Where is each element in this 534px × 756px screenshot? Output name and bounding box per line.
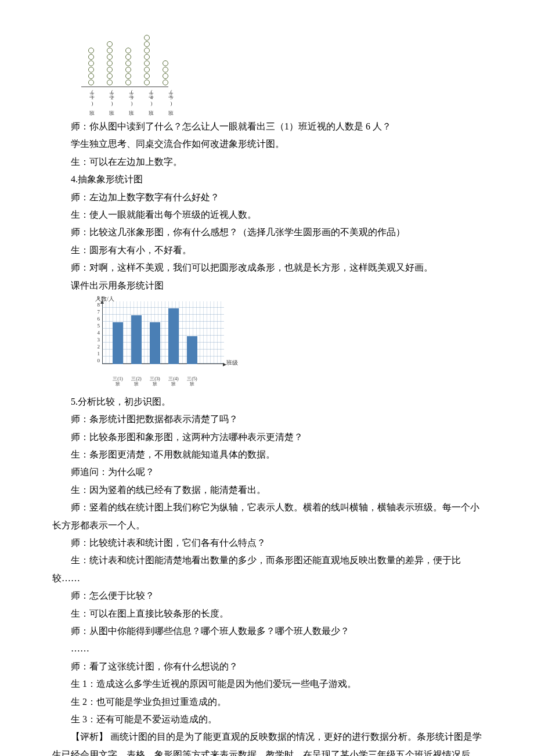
x-tick: 三(2)班 <box>131 377 142 387</box>
pictograph-labels: 三(1)班 三(2)班 三(3)班 三(4)班 三(5)班 <box>81 89 482 106</box>
x-axis-label: 班级 <box>226 357 238 368</box>
bar <box>168 308 179 364</box>
dialogue-line: 生：圆形有大有小，不好看。 <box>52 242 482 259</box>
section-heading: 5.分析比较，初步识图。 <box>52 393 482 411</box>
dialogue-line: 生：可以在图上直接比较条形的长度。 <box>52 605 482 622</box>
y-tick: 2 <box>93 343 100 350</box>
picto-label: 三(1)班 <box>88 89 95 106</box>
x-tick: 三(4)班 <box>168 377 179 387</box>
dialogue-line: 师：条形统计图把数据都表示清楚了吗？ <box>52 411 482 428</box>
picto-col <box>163 60 168 85</box>
dialogue-line: 课件出示用条形统计图 <box>52 277 482 294</box>
picto-col <box>144 35 150 85</box>
bar-chart-container: 人数/人 0 1 2 3 4 5 6 7 8 9 三(1)班 三(2)班 三(3… <box>81 294 482 387</box>
dialogue-line: 师：看了这张统计图，你有什么想说的？ <box>52 658 482 675</box>
y-tick: 3 <box>93 336 100 343</box>
dialogue-line: 师：比较这几张象形图，你有什么感想？（选择几张学生圆形画的不美观的作品） <box>52 224 482 241</box>
dialogue-line: 师：竖着的线在统计图上我们称它为纵轴，它表示人数。横着的线叫横轴，横轴表示班级。… <box>52 499 482 534</box>
dialogue-line: 学生独立思考、同桌交流合作如何改进象形统计图。 <box>52 135 482 153</box>
dialogue-line: 生 1：造成这么多学生近视的原因可能是因为他们爱玩一些电子游戏。 <box>52 675 482 693</box>
y-tick: 5 <box>93 322 100 329</box>
y-tick: 6 <box>93 315 100 322</box>
dialogue-line: 生：可以在左边加上数字。 <box>52 153 482 171</box>
dialogue-line: 师：比较条形图和象形图，这两种方法哪种表示更清楚？ <box>52 429 482 446</box>
dialogue-line: 生：条形图更清楚，不用数就能知道具体的数据。 <box>52 446 482 463</box>
dialogue-line: 师：从图中你能得到哪些信息？哪个班人数最多？哪个班人数最少？ <box>52 622 482 640</box>
dialogue-line: 生：因为竖着的线已经有了数据，能清楚看出。 <box>52 481 482 499</box>
dialogue-line: 师：左边加上数字数字有什么好处？ <box>52 189 482 206</box>
y-tick: 0 <box>93 357 100 364</box>
dialogue-line: …… <box>52 640 482 657</box>
bars-group <box>102 301 197 364</box>
y-tick: 8 <box>93 301 100 308</box>
bar <box>113 322 123 364</box>
picto-col <box>125 48 131 85</box>
dialogue-line: 生 2：也可能是学业负担过重造成的。 <box>52 693 482 711</box>
picto-col <box>107 41 113 85</box>
dialogue-line: 师追问：为什么呢？ <box>52 463 482 481</box>
x-tick: 三(5)班 <box>187 377 197 387</box>
y-tick: 4 <box>93 329 100 336</box>
dialogue-line: 生 3：还有可能是不爱运动造成的。 <box>52 711 482 728</box>
picto-label: 三(3)班 <box>128 89 135 106</box>
picto-label: 三(5)班 <box>167 89 174 106</box>
y-tick: 1 <box>93 350 100 357</box>
bar-chart: 人数/人 0 1 2 3 4 5 6 7 8 9 三(1)班 三(2)班 三(3… <box>81 294 232 387</box>
section-heading: 4.抽象象形统计图 <box>52 171 482 188</box>
picto-label: 三(2)班 <box>108 89 115 106</box>
bar <box>131 315 142 364</box>
bar <box>187 336 197 364</box>
dialogue-line: 生：统计表和统计图能清楚地看出数量的多少，而条形图还能直观地反映出数量的差异，便… <box>52 552 482 587</box>
dialogue-line: 师：怎么便于比较？ <box>52 587 482 604</box>
picto-label: 三(4)班 <box>147 89 154 106</box>
picto-col <box>88 48 94 85</box>
y-axis-ticks: 0 1 2 3 4 5 6 7 8 9 <box>93 301 100 364</box>
dialogue-line: 生：使人一眼就能看出每个班级的近视人数。 <box>52 206 482 224</box>
y-tick: 7 <box>93 308 100 315</box>
pictograph-chart: 三(1)班 三(2)班 三(3)班 三(4)班 三(5)班 <box>81 35 482 106</box>
dialogue-line: 师：对啊，这样不美观，我们可以把圆形改成条形，也就是长方形，这样既美观又好画。 <box>52 259 482 276</box>
bar <box>150 322 160 364</box>
commentary-text: 【评析】 画统计图的目的是为了能更直观的反映数据的情况，更好的进行数据分析。条形… <box>52 728 482 756</box>
dialogue-line: 师：你从图中读到了什么？怎么让人一眼就看出三（1）班近视的人数是 6 人？ <box>52 118 482 135</box>
dialogue-line: 师：比较统计表和统计图，它们各有什么特点？ <box>52 534 482 552</box>
x-tick: 三(3)班 <box>150 377 160 387</box>
x-tick: 三(1)班 <box>113 377 123 387</box>
x-axis-ticks: 三(1)班 三(2)班 三(3)班 三(4)班 三(5)班 <box>102 377 197 387</box>
pictograph-columns <box>81 35 168 87</box>
y-tick: 9 <box>93 294 100 301</box>
